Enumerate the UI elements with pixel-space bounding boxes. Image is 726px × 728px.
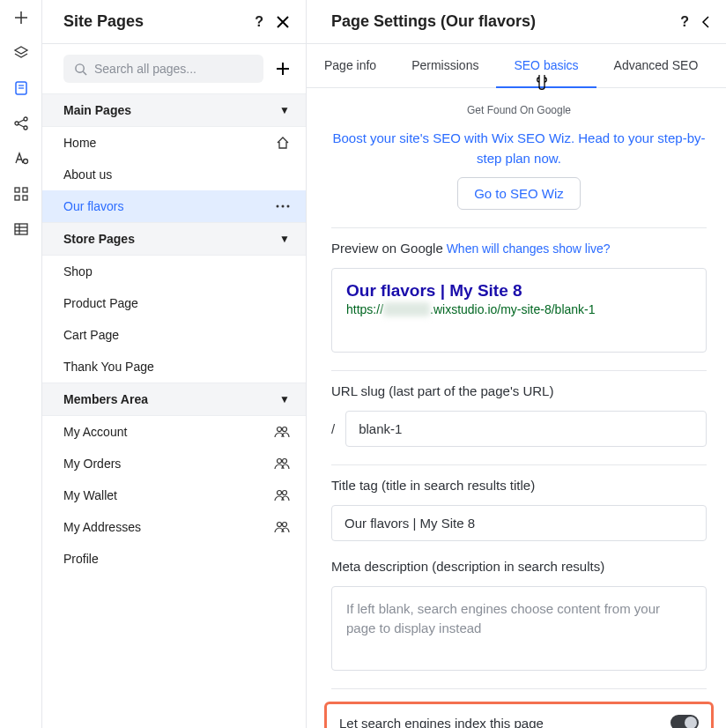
page-item-label: About us <box>63 167 112 182</box>
page-item-label: Our flavors <box>63 199 123 213</box>
svg-point-23 <box>283 459 287 464</box>
more-icon[interactable] <box>276 204 290 208</box>
tabs-scroll-right[interactable] <box>715 60 726 72</box>
group-header[interactable]: Members Area▼ <box>42 383 306 416</box>
members-icon <box>274 521 290 533</box>
group-header[interactable]: Main Pages▼ <box>42 93 306 127</box>
pages-title: Site Pages <box>63 12 144 31</box>
google-preview: Our flavors | My Site 8 https://xxxxxxx.… <box>331 268 707 353</box>
text-style-icon[interactable] <box>12 150 30 167</box>
settings-title: Page Settings (Our flavors) <box>331 12 536 31</box>
tab[interactable]: Permissions <box>394 44 496 87</box>
page-item[interactable]: My Account <box>42 416 306 448</box>
page-item[interactable]: My Orders <box>42 448 306 479</box>
page-item-label: My Wallet <box>63 488 117 502</box>
page-item[interactable]: Shop <box>42 256 306 287</box>
svg-point-17 <box>277 205 279 208</box>
page-item[interactable]: Product Page <box>42 287 306 319</box>
page-item-label: My Orders <box>63 457 121 471</box>
members-icon <box>274 457 290 470</box>
svg-point-5 <box>24 126 27 130</box>
svg-point-19 <box>287 205 290 208</box>
page-item-label: Shop <box>63 264 93 279</box>
settings-panel: Page Settings (Our flavors) ? Page infoP… <box>307 0 726 728</box>
page-item[interactable]: About us <box>42 159 306 190</box>
go-to-seo-wiz-button[interactable]: Go to SEO Wiz <box>457 177 581 210</box>
caret-down-icon: ▼ <box>279 393 290 405</box>
page-item-label: Product Page <box>63 296 138 310</box>
svg-point-26 <box>278 523 282 527</box>
tab[interactable]: Page info <box>307 44 394 87</box>
svg-rect-11 <box>15 224 27 234</box>
svg-point-25 <box>283 491 287 495</box>
settings-tabs: Page infoPermissionsSEO basicsAdvanced S… <box>307 44 726 88</box>
back-icon[interactable] <box>701 15 710 29</box>
page-item-label: Thank You Page <box>63 360 154 374</box>
page-item-label: Profile <box>63 552 99 566</box>
divider <box>331 464 707 465</box>
url-slug-label: URL slug (last part of the page's URL) <box>331 383 707 398</box>
close-icon[interactable] <box>276 15 290 29</box>
divider <box>331 688 707 689</box>
svg-point-15 <box>76 63 84 71</box>
page-item-label: Cart Page <box>63 328 119 342</box>
page-item[interactable]: Home <box>42 127 306 159</box>
left-rail <box>0 0 42 728</box>
svg-rect-9 <box>15 196 19 200</box>
svg-rect-7 <box>15 188 19 192</box>
apps-icon[interactable] <box>12 185 30 203</box>
svg-rect-8 <box>23 188 27 192</box>
preview-url: https://xxxxxxx.wixstudio.io/my-site-8/b… <box>346 302 692 316</box>
svg-point-22 <box>278 459 282 464</box>
svg-line-16 <box>83 71 86 75</box>
slash-label: / <box>331 421 335 436</box>
page-item-label: Home <box>63 136 96 150</box>
layers-icon[interactable] <box>12 44 30 62</box>
index-label: Let search engines index this page <box>339 716 544 729</box>
url-slug-input[interactable] <box>345 411 707 447</box>
index-toggle[interactable] <box>670 715 699 728</box>
group-header[interactable]: Store Pages▼ <box>42 222 306 256</box>
svg-point-3 <box>15 122 19 125</box>
table-icon[interactable] <box>12 220 30 238</box>
members-icon <box>274 426 290 438</box>
members-icon <box>274 489 290 501</box>
page-icon[interactable] <box>12 79 30 97</box>
preview-title: Our flavors | My Site 8 <box>346 281 692 301</box>
preview-label: Preview on Google <box>331 241 443 256</box>
share-icon[interactable] <box>12 115 30 132</box>
search-placeholder: Search all pages... <box>94 62 196 76</box>
page-item[interactable]: Cart Page <box>42 319 306 351</box>
page-item[interactable]: Our flavors <box>42 190 306 222</box>
page-item-label: My Addresses <box>63 520 141 534</box>
svg-point-4 <box>24 117 27 121</box>
caret-down-icon: ▼ <box>279 104 290 116</box>
svg-point-24 <box>278 491 282 495</box>
divider <box>331 370 707 371</box>
svg-point-6 <box>23 160 27 164</box>
help-icon[interactable]: ? <box>680 14 689 30</box>
page-item[interactable]: Profile <box>42 543 306 575</box>
page-item[interactable]: My Wallet <box>42 479 306 511</box>
svg-point-18 <box>282 205 285 208</box>
page-item[interactable]: My Addresses <box>42 511 306 543</box>
tab[interactable]: SEO basics <box>496 44 596 88</box>
home-icon <box>276 136 290 150</box>
plus-icon[interactable] <box>12 9 30 26</box>
index-toggle-row: Let search engines index this page <box>324 702 714 728</box>
page-item[interactable]: Thank You Page <box>42 351 306 383</box>
search-input[interactable]: Search all pages... <box>63 55 263 83</box>
help-icon[interactable]: ? <box>255 14 263 30</box>
group-label: Members Area <box>63 392 148 406</box>
meta-description-input[interactable]: If left blank, search engines choose con… <box>331 586 707 671</box>
svg-rect-10 <box>23 196 27 200</box>
meta-label: Meta description (description in search … <box>331 559 707 574</box>
preview-help-link[interactable]: When will changes show live? <box>447 241 611 256</box>
svg-point-27 <box>283 523 287 527</box>
promo-header: Get Found On Google <box>331 104 707 116</box>
add-page-button[interactable] <box>276 62 290 76</box>
tab[interactable]: Advanced SEO <box>596 44 716 87</box>
title-tag-input[interactable] <box>331 505 707 541</box>
title-tag-label: Title tag (title in search results title… <box>331 478 707 493</box>
group-label: Store Pages <box>63 232 135 246</box>
